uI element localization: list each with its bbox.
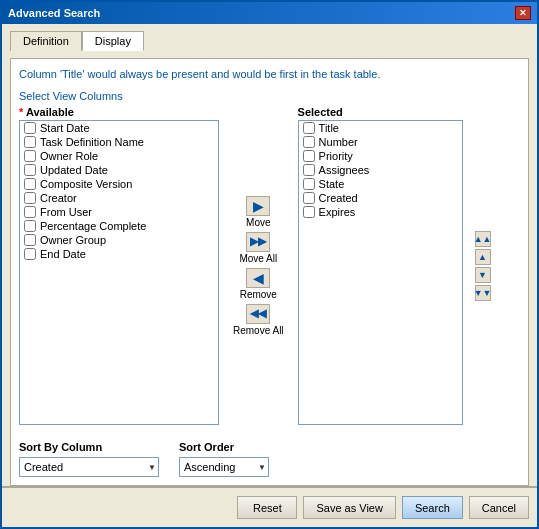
tab-content: Column 'Title' would always be present a…	[10, 58, 529, 486]
remove-all-icon: ◀◀	[246, 304, 270, 324]
footer-bar: Reset Save as View Search Cancel	[2, 487, 537, 527]
selected-checkbox-expires[interactable]	[303, 206, 315, 218]
middle-buttons: ▶ Move ▶▶ Move All ◀ Remove ◀◀ Remove Al…	[227, 106, 290, 425]
move-top-button[interactable]: ▲▲	[475, 231, 491, 247]
move-down-button[interactable]: ▼	[475, 267, 491, 283]
selected-item-label: Priority	[319, 150, 353, 162]
remove-icon: ◀	[246, 268, 270, 288]
move-bottom-button[interactable]: ▼▼	[475, 285, 491, 301]
selected-checkbox-priority[interactable]	[303, 150, 315, 162]
list-item[interactable]: Percentage Complete	[20, 219, 218, 233]
move-label: Move	[246, 217, 270, 228]
remove-all-button[interactable]: ◀◀ Remove All	[233, 304, 284, 336]
list-item[interactable]: Expires	[299, 205, 462, 219]
cancel-button[interactable]: Cancel	[469, 496, 529, 519]
list-item[interactable]: Assignees	[299, 163, 462, 177]
move-button[interactable]: ▶ Move	[246, 196, 270, 228]
available-item-label: Creator	[40, 192, 77, 204]
sort-order-group: Sort Order Ascending Descending	[179, 441, 269, 477]
sort-order-label: Sort Order	[179, 441, 269, 453]
save-as-view-button[interactable]: Save as View	[303, 496, 395, 519]
asterisk: *	[19, 106, 23, 118]
list-item[interactable]: From User	[20, 205, 218, 219]
tab-definition[interactable]: Definition	[10, 31, 82, 51]
selected-list[interactable]: Title Number Priority Assignees	[298, 120, 463, 425]
order-buttons: ▲▲ ▲ ▼ ▼▼	[471, 106, 491, 425]
available-item-label: Start Date	[40, 122, 90, 134]
move-all-label: Move All	[239, 253, 277, 264]
selected-checkbox-assignees[interactable]	[303, 164, 315, 176]
available-checkbox-taskdef[interactable]	[24, 136, 36, 148]
selected-item-label: Expires	[319, 206, 356, 218]
available-list[interactable]: Start Date Task Definition Name Owner Ro…	[19, 120, 219, 425]
advanced-search-window: Advanced Search ✕ Definition Display Col…	[0, 0, 539, 529]
tabs-container: Definition Display	[2, 24, 537, 58]
available-checkbox-enddate[interactable]	[24, 248, 36, 260]
available-checkbox-ownerrole[interactable]	[24, 150, 36, 162]
selected-item-label: Number	[319, 136, 358, 148]
sort-order-select-wrapper[interactable]: Ascending Descending	[179, 457, 269, 477]
sort-by-column-select-wrapper[interactable]: Created Title Number Priority Assignees …	[19, 457, 159, 477]
title-bar: Advanced Search ✕	[2, 2, 537, 24]
sort-by-column-label: Sort By Column	[19, 441, 159, 453]
list-item[interactable]: Title	[299, 121, 462, 135]
available-item-label: Composite Version	[40, 178, 132, 190]
selected-checkbox-number[interactable]	[303, 136, 315, 148]
available-checkbox-updateddate[interactable]	[24, 164, 36, 176]
available-item-label: Percentage Complete	[40, 220, 146, 232]
selected-label: Selected	[298, 106, 463, 118]
available-item-label: Owner Group	[40, 234, 106, 246]
remove-button[interactable]: ◀ Remove	[240, 268, 277, 300]
list-item[interactable]: Task Definition Name	[20, 135, 218, 149]
sort-order-select[interactable]: Ascending Descending	[179, 457, 269, 477]
available-checkbox-pctcomplete[interactable]	[24, 220, 36, 232]
sort-by-column-select[interactable]: Created Title Number Priority Assignees …	[19, 457, 159, 477]
remove-label: Remove	[240, 289, 277, 300]
selected-item-label: Title	[319, 122, 339, 134]
list-item[interactable]: Updated Date	[20, 163, 218, 177]
list-item[interactable]: Priority	[299, 149, 462, 163]
reset-button[interactable]: Reset	[237, 496, 297, 519]
selected-item-label: Created	[319, 192, 358, 204]
columns-area: * Available Start Date Task Definition N…	[19, 106, 520, 425]
window-title: Advanced Search	[8, 7, 100, 19]
close-button[interactable]: ✕	[515, 6, 531, 20]
list-item[interactable]: Owner Role	[20, 149, 218, 163]
list-item[interactable]: End Date	[20, 247, 218, 261]
selected-item-label: Assignees	[319, 164, 370, 176]
tab-display[interactable]: Display	[82, 31, 144, 51]
remove-all-label: Remove All	[233, 325, 284, 336]
available-label: * Available	[19, 106, 219, 118]
tabs: Definition Display	[10, 30, 529, 50]
selected-checkbox-created[interactable]	[303, 192, 315, 204]
list-item[interactable]: Created	[299, 191, 462, 205]
available-checkbox-compver[interactable]	[24, 178, 36, 190]
available-checkbox-startdate[interactable]	[24, 122, 36, 134]
sort-area: Sort By Column Created Title Number Prio…	[19, 435, 520, 477]
move-all-button[interactable]: ▶▶ Move All	[239, 232, 277, 264]
list-item[interactable]: Composite Version	[20, 177, 218, 191]
info-text: Column 'Title' would always be present a…	[19, 67, 520, 82]
selected-checkbox-state[interactable]	[303, 178, 315, 190]
available-item-label: Task Definition Name	[40, 136, 144, 148]
available-item-label: Updated Date	[40, 164, 108, 176]
sort-by-column-group: Sort By Column Created Title Number Prio…	[19, 441, 159, 477]
move-up-button[interactable]: ▲	[475, 249, 491, 265]
list-item[interactable]: Creator	[20, 191, 218, 205]
selected-item-label: State	[319, 178, 345, 190]
list-item[interactable]: Start Date	[20, 121, 218, 135]
search-button[interactable]: Search	[402, 496, 463, 519]
available-item-label: End Date	[40, 248, 86, 260]
select-view-label: Select View Columns	[19, 90, 520, 102]
available-checkbox-creator[interactable]	[24, 192, 36, 204]
list-item[interactable]: Number	[299, 135, 462, 149]
selected-section: Selected Title Number Priority	[298, 106, 463, 425]
available-checkbox-ownergroup[interactable]	[24, 234, 36, 246]
available-section: * Available Start Date Task Definition N…	[19, 106, 219, 425]
available-checkbox-fromuser[interactable]	[24, 206, 36, 218]
list-item[interactable]: Owner Group	[20, 233, 218, 247]
move-icon: ▶	[246, 196, 270, 216]
list-item[interactable]: State	[299, 177, 462, 191]
available-item-label: From User	[40, 206, 92, 218]
selected-checkbox-title[interactable]	[303, 122, 315, 134]
